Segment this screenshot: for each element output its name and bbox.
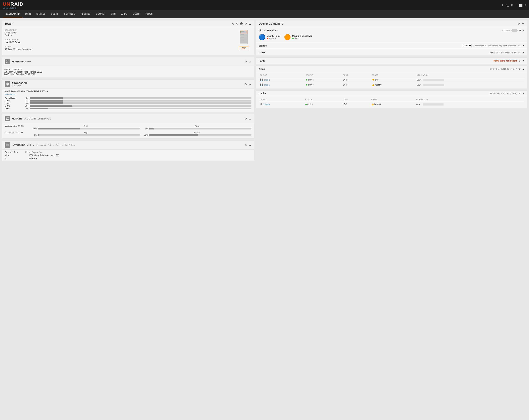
motherboard-icon [5,59,10,64]
logo-raid: RAID [10,1,24,7]
refresh-icon[interactable]: ↻ [236,22,238,25]
array-gear-icon[interactable]: ⚙ [519,68,521,70]
cpu3-bar [30,108,251,109]
disk1-util-fill [423,79,444,81]
interface-card: INTERFACE eth0 ▼ Inbound: 489.0 Kbps Out… [2,140,254,161]
gear-icon[interactable]: ⚙ [245,143,247,147]
cache-chevron-icon[interactable]: ▲ [522,92,524,95]
docker-mem-section: Docker 48% [143,132,251,137]
smart-error-icon: 👎 [372,79,374,81]
save-icon[interactable]: ⬆ [501,4,503,7]
cache-gear-icon[interactable]: ⚙ [519,92,521,95]
gear-icon[interactable]: ⚙ [245,117,247,120]
disk2-link[interactable]: Disk 2 [264,84,270,86]
cpu2-label: CPU 2 [5,105,22,107]
disk1-device: 💾 Disk 1 [259,77,305,82]
disk1-smart: 👎error [370,77,415,82]
users-gear-icon[interactable]: ⚙ [518,51,520,54]
info-icon[interactable]: ℹ [15,7,16,9]
processor-svg [5,82,9,86]
chevron-up-icon[interactable]: ▲ [249,60,251,63]
chevron-up-icon[interactable]: ▲ [249,143,251,147]
interface-dropdown[interactable]: ▼ [33,144,34,146]
nav-apps[interactable]: APPS [118,10,130,18]
version-text: Version: 6.8.3 [3,7,14,9]
parity-chevron-icon[interactable]: ▼ [522,60,524,62]
nav-settings[interactable]: SETTINGS [61,10,78,18]
cpu3-label: CPU 3 [5,108,22,109]
disk2-util-fill [423,84,444,86]
log-fill [38,134,39,136]
left-panel: Tower ⊕ ↻ ⏻ ⚙ ▲ DESCRIPTION Media server… [2,20,254,419]
nav-stats[interactable]: STATS [130,10,142,18]
memory-title: MEMORY [12,117,22,120]
registration-value: Unraid OS Basic [5,41,236,43]
log-bar [38,134,140,136]
tower-header-icons: ⊕ ↻ ⏻ ⚙ ▲ [232,22,251,25]
power-icon[interactable]: ⏻ [240,22,243,25]
svg-rect-12 [6,61,7,61]
cpu0-bar [30,100,251,102]
vm-chevron-icon[interactable]: ▲ [522,29,524,32]
interface-body: General info ▼ Mode of operation eth0 10… [2,150,254,161]
svg-rect-8 [241,34,244,35]
motherboard-body: ASRock J5005-ITX American Megatrends Inc… [2,66,254,78]
users-chevron-icon[interactable]: ▼ [522,51,524,54]
ubuntu-homeserver-name: Ubuntu Homeserver [292,35,312,37]
gear-icon[interactable]: ⚙ [517,22,520,25]
registration-os: Unraid OS [5,41,14,43]
chevron-up-icon[interactable]: ▲ [249,22,251,25]
nav-plugins[interactable]: PLUGINS [78,10,93,18]
disk1-util-pct: 100% [417,79,423,81]
array-table: DEVICE STATUS TEMP SMART UTILIZATION 💾 D… [259,73,524,87]
disk2-status-dot [306,84,307,85]
mode-label: Mode of operation [25,151,42,153]
add-icon[interactable]: ⊕ [232,22,234,25]
cache-link[interactable]: Cache [264,103,270,106]
disk1-status: active [305,77,342,82]
svg-rect-16 [7,83,8,85]
nav-shares[interactable]: SHARES [34,10,48,18]
started-dot [292,38,294,39]
cache-util-bar [423,103,444,106]
array-chevron-icon[interactable]: ▲ [522,68,524,70]
chevron-up-icon[interactable]: ▲ [249,82,251,86]
parity-gear-icon[interactable]: ⚙ [519,60,521,62]
edit-button[interactable]: EDIT [239,46,249,50]
svg-rect-29 [6,118,9,120]
hide-details-link[interactable]: Hide details [5,93,251,96]
general-info-dropdown[interactable]: ▼ [16,151,18,153]
chevron-up-icon[interactable]: ▲ [249,117,251,120]
nav-users[interactable]: USERS [48,10,61,18]
all-vms-toggle[interactable] [511,29,518,32]
table-row: 💾 Disk 2 active 25 C 👍healthy [259,82,524,87]
display-icon[interactable]: ⬜ [519,4,523,7]
terminal-icon[interactable]: $_ [505,4,509,7]
disk1-link[interactable]: Disk 1 [264,79,270,81]
chevron-down-icon[interactable]: ▼ [522,22,524,25]
ubuntu-home-icon: 🔵 [259,34,265,40]
menu-icon[interactable]: ≡ [525,4,526,7]
nav-docker[interactable]: DOCKER [93,10,108,18]
array-col-status: STATUS [305,73,342,77]
nav-dashboard[interactable]: DASHBOARD [3,10,23,18]
gear-icon[interactable]: ⚙ [245,22,247,25]
lo-name: lo [5,157,22,160]
smb-select[interactable]: SMB [462,44,472,47]
shares-chevron-icon[interactable]: ▼ [522,44,524,47]
gear-icon[interactable]: ⚙ [245,82,247,86]
overall-load-row: Overall Load: 15% [5,97,251,99]
help-icon[interactable]: ? [516,4,517,7]
nav-tools[interactable]: TOOLS [142,10,155,18]
cpu0-pct: 15% [23,100,28,102]
vm-list: 🔵 Ubuntu Home stopped 🟠 Ubuntu Hom [259,34,524,40]
shares-gear-icon[interactable]: ⚙ [518,44,520,47]
array-body: DEVICE STATUS TEMP SMART UTILIZATION 💾 D… [256,72,527,89]
monitor-icon[interactable]: 🖥 [511,4,514,7]
nav-main[interactable]: MAIN [23,10,34,18]
registration-label: REGISTRATION [5,39,236,41]
tower-body: DESCRIPTION Media server Custom REGISTRA… [2,27,254,55]
vm-gear-icon[interactable]: ⚙ [519,29,521,32]
nav-vms[interactable]: VMS [108,10,119,18]
gear-icon[interactable]: ⚙ [245,60,247,63]
